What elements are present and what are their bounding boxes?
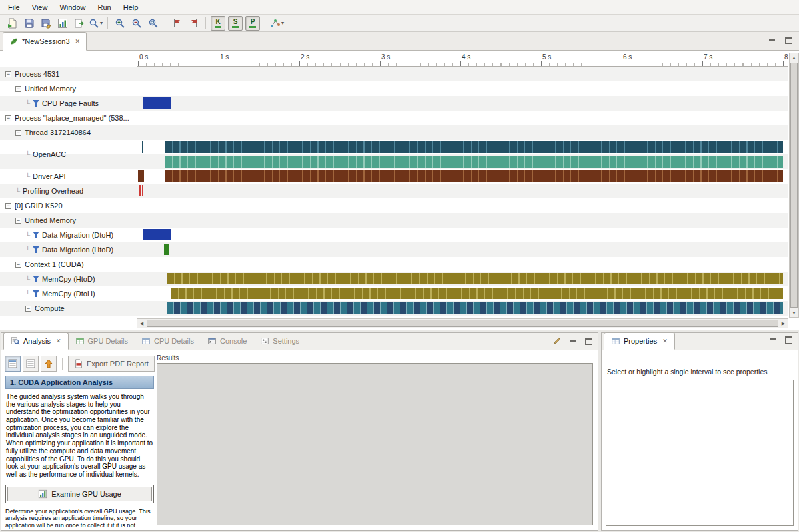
tab-settings[interactable]: Settings: [253, 332, 306, 350]
maximize-icon[interactable]: [585, 338, 592, 345]
tab-properties[interactable]: Properties ✕: [604, 332, 675, 350]
menu-run[interactable]: Run: [92, 1, 117, 13]
vertical-scrollbar[interactable]: ▲ ▼: [789, 53, 799, 318]
row-track-profiling-overhead[interactable]: [137, 184, 788, 198]
interval-bar-data-migration-dtoh[interactable]: [143, 229, 171, 240]
row-label-context-1-cuda[interactable]: −Context 1 (CUDA): [0, 257, 137, 272]
vertical-scrollbar-thumb[interactable]: [790, 63, 798, 308]
collapse-icon[interactable]: −: [5, 115, 11, 121]
back-up-icon[interactable]: [41, 356, 57, 372]
tab-console[interactable]: Console: [201, 332, 253, 350]
collapse-icon[interactable]: −: [15, 262, 21, 268]
collapse-icon[interactable]: −: [5, 203, 11, 209]
row-label-unified-memory[interactable]: −Unified Memory: [0, 213, 137, 228]
scroll-down-icon[interactable]: ▼: [790, 308, 798, 317]
row-track-memcpy-dtoh[interactable]: [137, 286, 788, 301]
row-track-data-migration-dtoh[interactable]: [137, 228, 788, 242]
guided-analysis-button[interactable]: [5, 356, 21, 372]
minimize-icon[interactable]: [770, 336, 777, 344]
horizontal-scrollbar-thumb[interactable]: [147, 320, 778, 327]
view-menu-icon[interactable]: [552, 336, 562, 346]
collapse-icon[interactable]: −: [25, 306, 31, 312]
interval-bar-driver-api[interactable]: [165, 170, 783, 182]
prev-marker-button[interactable]: [185, 16, 202, 31]
zoom-in-button[interactable]: [111, 16, 128, 31]
row-track-driver-api[interactable]: [137, 169, 788, 184]
menu-window[interactable]: Window: [53, 1, 91, 13]
unguided-analysis-button[interactable]: [23, 356, 39, 372]
row-label-data-migration-dtoh[interactable]: └Data Migration (DtoH): [0, 228, 137, 242]
interval-bar-openacc[interactable]: [142, 141, 143, 153]
export-button[interactable]: [71, 16, 87, 31]
interval-bar-memcpy-dtoh[interactable]: [171, 288, 783, 299]
row-label-openacc[interactable]: └OpenACC: [0, 140, 137, 169]
row-label-thread-3172140864[interactable]: −Thread 3172140864: [0, 125, 137, 140]
row-label-0-grid-k520[interactable]: −[0] GRID K520: [0, 198, 137, 213]
run-analysis-button[interactable]: ▾: [269, 16, 285, 31]
row-track-0-grid-k520[interactable]: [137, 198, 788, 213]
collapse-icon[interactable]: −: [15, 130, 21, 136]
row-track-unified-memory[interactable]: [137, 81, 788, 96]
zoom-fit-button[interactable]: [145, 16, 161, 31]
collapse-icon[interactable]: −: [5, 71, 11, 77]
scroll-left-icon[interactable]: ◀: [137, 319, 146, 328]
tab-cpu-details[interactable]: CPU Details: [135, 332, 201, 350]
interval-bar-driver-api[interactable]: [138, 170, 144, 182]
export-pdf-button[interactable]: Export PDF Report: [68, 356, 155, 372]
stream-toggle-button[interactable]: S: [228, 16, 243, 31]
horizontal-scrollbar[interactable]: ◀ ▶: [137, 318, 788, 328]
examine-gpu-usage-button[interactable]: Examine GPU Usage: [5, 485, 154, 503]
row-track-openacc[interactable]: [137, 140, 788, 169]
menu-view[interactable]: View: [26, 1, 54, 13]
minimize-icon[interactable]: [768, 37, 776, 44]
next-marker-button[interactable]: [169, 16, 185, 31]
row-track-process-laplace-managed-538[interactable]: [137, 111, 788, 125]
menu-help[interactable]: Help: [117, 1, 145, 13]
interval-bar-profiling-overhead[interactable]: [139, 185, 141, 196]
row-label-data-migration-htod[interactable]: └Data Migration (HtoD): [0, 242, 137, 257]
close-icon[interactable]: ✕: [75, 38, 81, 45]
maximize-icon[interactable]: [785, 37, 792, 44]
row-label-process-laplace-managed-538[interactable]: −Process "laplace_managed" (538...: [0, 111, 137, 125]
collapse-icon[interactable]: −: [15, 218, 21, 224]
kernel-toggle-button[interactable]: K: [211, 16, 225, 31]
interval-bar-compute[interactable]: [167, 302, 783, 314]
interval-bar-openacc[interactable]: [165, 141, 783, 153]
interval-bar-openacc[interactable]: [165, 156, 783, 168]
row-track-data-migration-htod[interactable]: [137, 242, 788, 257]
zoom-out-button[interactable]: [128, 16, 145, 31]
row-label-memcpy-htod[interactable]: └MemCpy (HtoD): [0, 272, 137, 286]
new-session-button[interactable]: [4, 16, 21, 31]
row-label-cpu-page-faults[interactable]: └CPU Page Faults: [0, 96, 137, 111]
row-track-context-1-cuda[interactable]: [137, 257, 788, 272]
row-label-profiling-overhead[interactable]: └Profiling Overhead: [0, 184, 137, 198]
interval-bar-data-migration-htod[interactable]: [164, 244, 169, 255]
save-as-button[interactable]: [37, 16, 54, 31]
scroll-up-icon[interactable]: ▲: [790, 53, 798, 62]
tab-analysis[interactable]: Analysis✕: [3, 332, 69, 350]
menu-file[interactable]: File: [2, 1, 26, 13]
timeline-ruler[interactable]: 0 s1 s2 s3 s4 s5 s6 s7 s8 s: [137, 53, 788, 67]
row-track-memcpy-htod[interactable]: [137, 272, 788, 286]
maximize-icon[interactable]: [785, 336, 792, 344]
scroll-right-icon[interactable]: ▶: [779, 319, 788, 328]
row-track-cpu-page-faults[interactable]: [137, 96, 788, 111]
row-label-driver-api[interactable]: └Driver API: [0, 169, 137, 184]
row-track-compute[interactable]: [137, 301, 788, 316]
minimize-icon[interactable]: [570, 338, 577, 345]
interval-bar-profiling-overhead[interactable]: [142, 185, 143, 196]
row-label-compute[interactable]: −Compute: [0, 301, 137, 316]
interval-bar-memcpy-htod[interactable]: [167, 273, 783, 284]
interval-bar-cpu-page-faults[interactable]: [143, 97, 171, 109]
row-track-unified-memory[interactable]: [137, 213, 788, 228]
tab-session[interactable]: *NewSession3 ✕: [3, 32, 87, 51]
row-track-process-4531[interactable]: [137, 67, 788, 81]
row-label-process-4531[interactable]: −Process 4531: [0, 67, 137, 81]
row-label-unified-memory[interactable]: −Unified Memory: [0, 81, 137, 96]
collapse-icon[interactable]: −: [15, 86, 21, 92]
zoom-tool-button[interactable]: ▾: [87, 16, 104, 31]
process-toggle-button[interactable]: P: [245, 16, 260, 31]
save-button[interactable]: [21, 16, 37, 31]
close-icon[interactable]: ✕: [662, 338, 668, 344]
summary-chart-button[interactable]: [54, 16, 71, 31]
